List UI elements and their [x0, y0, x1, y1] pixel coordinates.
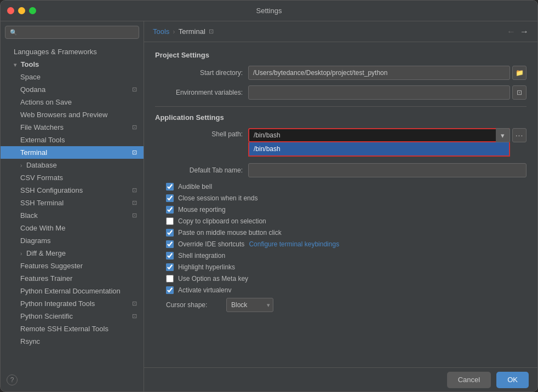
cancel-button[interactable]: Cancel [447, 372, 491, 388]
main-content: Project Settings Start directory: 📁 Envi… [144, 42, 537, 367]
shell-input-wrapper: ▾ [248, 128, 510, 142]
sidebar-nav: Languages & Frameworks ▾ Tools Space Qod… [1, 43, 144, 350]
sidebar-item-terminal[interactable]: Terminal ⊡ [1, 146, 144, 159]
checkbox-close-session: Close session when it ends [155, 194, 526, 202]
sidebar-item-features-trainer[interactable]: Features Trainer [1, 272, 144, 285]
cursor-shape-select-wrapper: Block Underline Vertical [226, 298, 273, 312]
highlight-hyperlinks-label: Highlight hyperlinks [178, 263, 235, 271]
checkbox-override-ide: Override IDE shortcuts Configure termina… [155, 240, 526, 248]
audible-bell-checkbox[interactable] [166, 183, 174, 191]
breadcrumb-separator: › [173, 27, 175, 36]
project-settings-title: Project Settings [155, 51, 526, 59]
settings-icon-2: ⊡ [132, 124, 137, 131]
pin-icon: ⊡ [209, 28, 214, 35]
shell-path-dropdown: /bin/bash [248, 142, 510, 157]
settings-icon-3: ⊡ [132, 149, 137, 156]
sidebar-item-python-scientific[interactable]: Python Scientific ⊡ [1, 310, 144, 322]
env-variables-label: Environment variables: [155, 89, 243, 96]
shell-path-browse-button[interactable]: ··· [512, 128, 526, 142]
paste-middle-checkbox[interactable] [166, 229, 174, 237]
audible-bell-label: Audible bell [178, 183, 212, 191]
divider-1 [155, 106, 526, 107]
settings-icon: ⊡ [132, 86, 137, 93]
env-variables-input[interactable] [248, 85, 510, 100]
sidebar-item-rsync[interactable]: Rsync [1, 335, 144, 348]
settings-window: Settings 🔍 Languages & Frameworks ▾ Tool… [0, 0, 538, 392]
sidebar-item-features-suggester[interactable]: Features Suggester [1, 260, 144, 272]
sidebar-item-external-tools[interactable]: External Tools [1, 134, 144, 146]
ok-button[interactable]: OK [496, 372, 529, 388]
checkbox-mouse-reporting: Mouse reporting [155, 206, 526, 214]
help-button[interactable]: ? [7, 374, 18, 385]
checkbox-activate-virtualenv: Activate virtualenv [155, 286, 526, 294]
search-box[interactable]: 🔍 [5, 26, 139, 39]
override-ide-checkbox[interactable] [166, 240, 174, 248]
browse-directory-button[interactable]: 📁 [512, 66, 526, 80]
back-arrow[interactable]: ← [507, 27, 516, 37]
settings-icon-6: ⊡ [132, 212, 137, 219]
footer: Cancel OK [144, 367, 537, 391]
shell-path-input-row: ▾ ··· [248, 128, 526, 142]
sidebar-item-tools[interactable]: ▾ Tools [1, 58, 144, 71]
maximize-button[interactable] [29, 7, 36, 14]
default-tab-label: Default Tab name: [155, 166, 243, 174]
sidebar-item-remote-ssh-external[interactable]: Remote SSH External Tools [1, 322, 144, 335]
mouse-reporting-label: Mouse reporting [178, 206, 226, 214]
shell-integration-label: Shell integration [178, 252, 225, 260]
use-option-meta-checkbox[interactable] [166, 275, 174, 283]
sidebar-item-ssh-configurations[interactable]: SSH Configurations ⊡ [1, 184, 144, 197]
checkbox-use-option-meta: Use Option as Meta key [155, 275, 526, 283]
sidebar-item-ssh-terminal[interactable]: SSH Terminal ⊡ [1, 197, 144, 209]
sidebar-item-diff-merge[interactable]: › Diff & Merge [1, 247, 144, 260]
sidebar-item-database[interactable]: › Database [1, 159, 144, 171]
sidebar-item-space[interactable]: Space [1, 71, 144, 83]
activate-virtualenv-checkbox[interactable] [166, 286, 174, 294]
search-input[interactable] [21, 28, 134, 36]
mouse-reporting-checkbox[interactable] [166, 206, 174, 214]
checkbox-audible-bell: Audible bell [155, 183, 526, 191]
forward-arrow[interactable]: → [520, 27, 529, 37]
shell-path-input[interactable] [248, 128, 510, 142]
env-variables-button[interactable]: ⊡ [512, 85, 526, 100]
sidebar-item-diagrams[interactable]: Diagrams [1, 234, 144, 247]
sidebar-item-file-watchers[interactable]: File Watchers ⊡ [1, 121, 144, 134]
start-directory-input[interactable] [248, 66, 510, 80]
default-tab-row: Default Tab name: [155, 163, 526, 177]
use-option-meta-label: Use Option as Meta key [178, 275, 248, 283]
activate-virtualenv-label: Activate virtualenv [178, 286, 231, 294]
shell-path-label: Shell path: [155, 130, 243, 138]
shell-integration-checkbox[interactable] [166, 252, 174, 260]
content-area: 🔍 Languages & Frameworks ▾ Tools Space [1, 21, 537, 391]
sidebar-item-actions-on-save[interactable]: Actions on Save [1, 96, 144, 108]
start-directory-label: Start directory: [155, 69, 243, 77]
close-session-checkbox[interactable] [166, 194, 174, 202]
sidebar-item-code-with-me[interactable]: Code With Me [1, 222, 144, 234]
sidebar-item-web-browsers[interactable]: Web Browsers and Preview [1, 108, 144, 121]
sidebar-item-python-external-docs[interactable]: Python External Documentation [1, 285, 144, 297]
chevron-right-icon: › [20, 163, 22, 169]
paste-middle-label: Paste on middle mouse button click [178, 229, 282, 237]
sidebar-item-languages-frameworks[interactable]: Languages & Frameworks [1, 45, 144, 58]
sidebar-item-qodana[interactable]: Qodana ⊡ [1, 83, 144, 96]
breadcrumb-parent[interactable]: Tools [153, 27, 169, 36]
checkbox-highlight-hyperlinks: Highlight hyperlinks [155, 263, 526, 271]
env-variables-row: Environment variables: ⊡ [155, 85, 526, 100]
minimize-button[interactable] [18, 7, 25, 14]
copy-clipboard-checkbox[interactable] [166, 217, 174, 225]
sidebar-item-csv-formats[interactable]: CSV Formats [1, 171, 144, 184]
configure-keybindings-link[interactable]: Configure terminal keybindings [249, 240, 339, 248]
shell-dropdown-item[interactable]: /bin/bash [249, 142, 509, 155]
close-session-label: Close session when it ends [178, 194, 257, 202]
sidebar-item-black[interactable]: Black ⊡ [1, 209, 144, 222]
close-button[interactable] [7, 7, 14, 14]
sidebar-item-python-integrated-tools[interactable]: Python Integrated Tools ⊡ [1, 297, 144, 310]
default-tab-input[interactable] [248, 163, 526, 177]
breadcrumb-current: Terminal [179, 27, 205, 36]
highlight-hyperlinks-checkbox[interactable] [166, 263, 174, 271]
titlebar: Settings [1, 1, 537, 21]
shell-path-dropdown-button[interactable]: ▾ [496, 128, 510, 142]
cursor-shape-row: Cursor shape: Block Underline Vertical [155, 298, 526, 312]
cursor-shape-select[interactable]: Block Underline Vertical [226, 298, 273, 312]
main-header: Tools › Terminal ⊡ ← → [144, 21, 537, 42]
checkbox-paste-middle: Paste on middle mouse button click [155, 229, 526, 237]
